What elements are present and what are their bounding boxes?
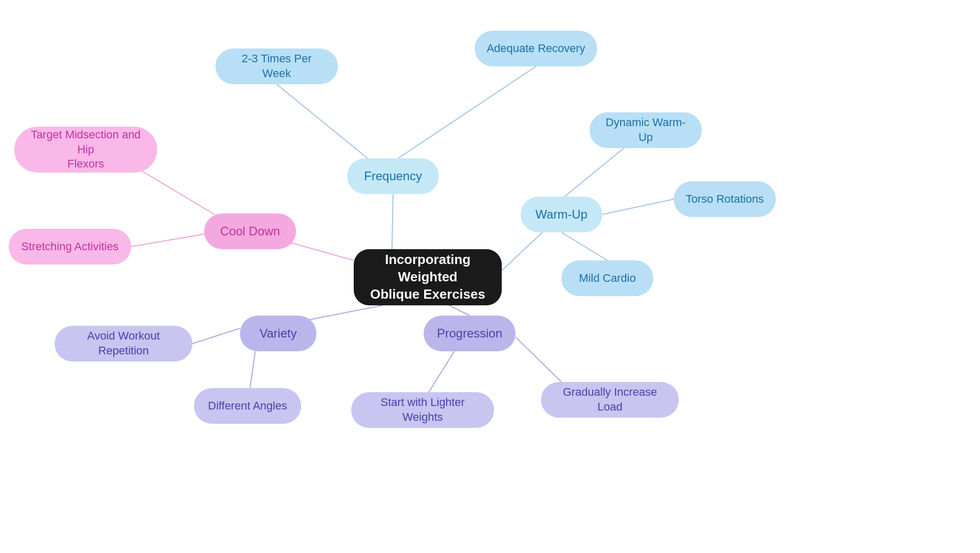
- svg-line-13: [449, 305, 470, 316]
- dynamic-warm-up-label: Dynamic Warm-Up: [601, 115, 691, 145]
- avoid-repetition-label: Avoid Workout Repetition: [66, 329, 181, 358]
- different-angles-node: Different Angles: [194, 388, 301, 424]
- adequate-recovery-node: Adequate Recovery: [475, 31, 597, 66]
- different-angles-label: Different Angles: [208, 399, 287, 414]
- stretching-activities-label: Stretching Activities: [21, 239, 119, 254]
- progression-label: Progression: [437, 325, 502, 341]
- lighter-weights-label: Start with Lighter Weights: [362, 395, 483, 424]
- avoid-repetition-node: Avoid Workout Repetition: [55, 326, 192, 362]
- times-per-week-label: 2-3 Times Per Week: [227, 52, 327, 81]
- svg-line-1: [277, 84, 368, 158]
- mild-cardio-node: Mild Cardio: [561, 260, 653, 296]
- svg-line-9: [131, 232, 214, 247]
- variety-label: Variety: [260, 325, 297, 341]
- svg-line-11: [192, 328, 240, 344]
- warm-up-label: Warm-Up: [535, 206, 587, 222]
- torso-rotations-node: Torso Rotations: [674, 181, 776, 217]
- target-midsection-label: Target Midsection and Hip Flexors: [26, 128, 146, 172]
- adequate-recovery-label: Adequate Recovery: [486, 41, 585, 56]
- cool-down-node: Cool Down: [204, 213, 296, 249]
- target-midsection-node: Target Midsection and Hip Flexors: [14, 127, 157, 173]
- dynamic-warm-up-node: Dynamic Warm-Up: [590, 112, 702, 148]
- svg-line-6: [561, 232, 607, 260]
- frequency-label: Frequency: [364, 168, 422, 184]
- svg-line-0: [392, 194, 393, 249]
- warm-up-node: Warm-Up: [521, 197, 602, 232]
- svg-line-2: [398, 66, 536, 158]
- times-per-week-node: 2-3 Times Per Week: [215, 49, 338, 84]
- frequency-node: Frequency: [347, 158, 439, 194]
- mild-cardio-label: Mild Cardio: [579, 271, 635, 286]
- center-label: Incorporating Weighted Oblique Exercises: [365, 251, 491, 303]
- variety-node: Variety: [240, 316, 316, 351]
- svg-line-15: [516, 337, 561, 382]
- svg-line-12: [250, 351, 255, 388]
- stretching-activities-node: Stretching Activities: [9, 229, 131, 265]
- svg-line-5: [602, 199, 674, 214]
- progression-node: Progression: [424, 316, 516, 351]
- center-node: Incorporating Weighted Oblique Exercises: [354, 249, 502, 305]
- lighter-weights-node: Start with Lighter Weights: [351, 392, 494, 428]
- gradually-increase-node: Gradually Increase Load: [541, 382, 679, 418]
- cool-down-label: Cool Down: [220, 223, 280, 239]
- gradually-increase-label: Gradually Increase Load: [552, 385, 668, 414]
- torso-rotations-label: Torso Rotations: [686, 192, 764, 207]
- svg-line-14: [429, 351, 454, 392]
